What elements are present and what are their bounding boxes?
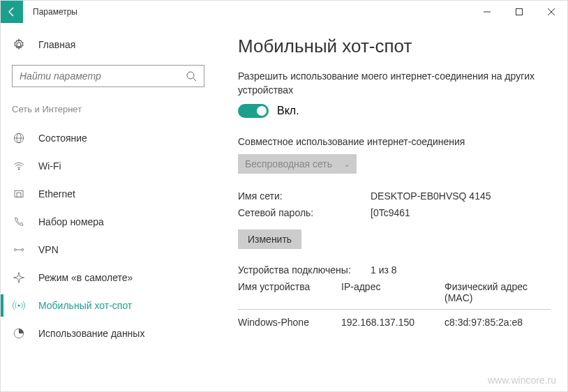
wifi-icon	[12, 160, 26, 172]
svg-point-15	[18, 305, 20, 307]
maximize-button[interactable]	[503, 1, 535, 23]
svg-point-12	[14, 249, 16, 251]
sidebar-item-status[interactable]: Состояние	[1, 124, 216, 152]
svg-point-13	[22, 249, 24, 251]
connection-dropdown[interactable]: Беспроводная сеть ⌄	[238, 154, 357, 174]
sidebar-home[interactable]: Главная	[1, 30, 216, 59]
edit-button[interactable]: Изменить	[238, 229, 301, 249]
sidebar-section-header: Сеть и Интернет	[1, 98, 216, 124]
table-col-device: Имя устройства	[238, 281, 341, 303]
svg-rect-1	[516, 9, 523, 15]
nav-label: VPN	[38, 244, 59, 255]
sidebar-item-vpn[interactable]: VPN	[1, 236, 216, 264]
minimize-button[interactable]	[471, 1, 503, 23]
table-col-mac: Физический адрес (MAC)	[444, 281, 551, 303]
search-icon	[186, 70, 197, 82]
share-from-label: Совместное использование интернет-соедин…	[238, 136, 551, 147]
devices-connected-label: Устройства подключены:	[238, 264, 371, 276]
sidebar-item-data-usage[interactable]: Использование данных	[1, 319, 216, 347]
watermark: www.wincore.ru	[488, 375, 556, 386]
sidebar: Главная Сеть и Интернет Состояние Wi-Fi …	[1, 23, 216, 391]
devices-table: Имя устройства IP-адрес Физический адрес…	[238, 281, 551, 333]
page-title: Мобильный хот-спот	[238, 36, 551, 57]
nav-label: Ethernet	[38, 188, 75, 199]
sidebar-item-airplane[interactable]: Режим «в самолете»	[1, 264, 216, 292]
window-title: Параметры	[33, 7, 471, 17]
share-description: Разрешить использование моего интернет-с…	[238, 70, 545, 97]
nav-label: Набор номера	[38, 216, 104, 227]
svg-point-9	[18, 168, 20, 169]
table-col-ip: IP-адрес	[341, 281, 444, 303]
sidebar-home-label: Главная	[38, 39, 75, 50]
vpn-icon	[12, 243, 26, 256]
svg-line-5	[193, 78, 196, 81]
airplane-icon	[12, 271, 26, 284]
hotspot-icon	[12, 299, 26, 312]
table-cell-mac: c8:3d:97:85:2a:e8	[444, 317, 551, 328]
svg-point-4	[187, 72, 194, 79]
sidebar-item-hotspot[interactable]: Мобильный хот-спот	[1, 292, 216, 319]
search-field[interactable]	[20, 70, 186, 82]
back-button[interactable]	[1, 1, 23, 23]
devices-connected-value: 1 из 8	[371, 264, 397, 276]
network-password-value: [0Tc9461	[371, 207, 410, 218]
network-name-value: DESKTOP-EB0HVSQ 4145	[371, 190, 491, 202]
sidebar-item-ethernet[interactable]: Ethernet	[1, 180, 216, 208]
close-button[interactable]	[535, 1, 567, 23]
sidebar-item-wifi[interactable]: Wi-Fi	[1, 152, 216, 180]
svg-rect-10	[15, 191, 23, 197]
share-toggle[interactable]	[238, 104, 269, 118]
dropdown-value: Беспроводная сеть	[245, 158, 332, 169]
main-panel: Мобильный хот-спот Разрешить использован…	[216, 23, 567, 391]
nav-label: Режим «в самолете»	[38, 272, 133, 283]
network-name-label: Имя сети:	[238, 190, 371, 202]
nav-label: Wi-Fi	[38, 160, 61, 172]
sidebar-item-dialup[interactable]: Набор номера	[1, 208, 216, 236]
gear-icon	[12, 38, 26, 51]
phone-icon	[12, 216, 26, 228]
network-password-label: Сетевой пароль:	[238, 207, 371, 218]
ethernet-icon	[12, 188, 26, 200]
chevron-down-icon: ⌄	[344, 160, 350, 168]
nav-label: Состояние	[38, 133, 87, 144]
nav-label: Использование данных	[38, 328, 144, 339]
table-cell-device: Windows-Phone	[238, 317, 341, 328]
nav-label: Мобильный хот-спот	[38, 300, 132, 311]
svg-rect-11	[17, 193, 21, 197]
globe-icon	[12, 132, 26, 144]
search-input[interactable]	[12, 65, 204, 87]
data-usage-icon	[12, 327, 26, 340]
toggle-label: Вкл.	[277, 105, 299, 117]
table-cell-ip: 192.168.137.150	[341, 317, 444, 328]
